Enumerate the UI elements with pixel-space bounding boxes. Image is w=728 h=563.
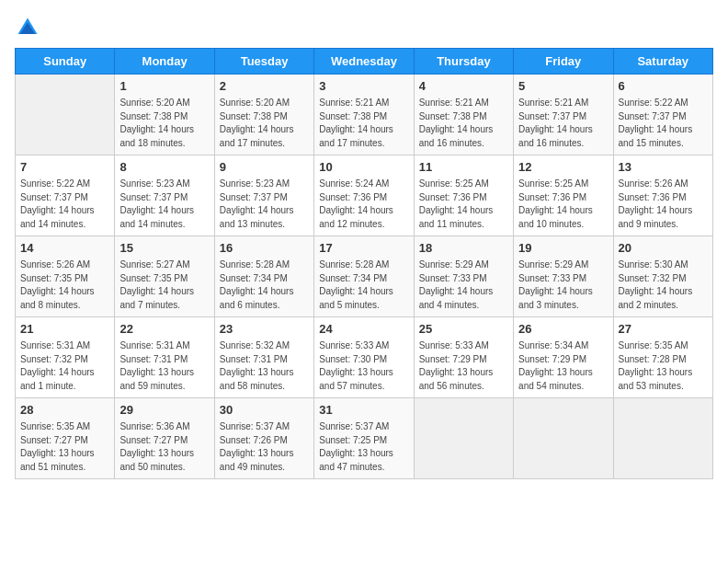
calendar-cell: 11Sunrise: 5:25 AM Sunset: 7:36 PM Dayli… (414, 155, 513, 236)
cell-content: Sunrise: 5:21 AM Sunset: 7:38 PM Dayligh… (419, 97, 508, 150)
cell-content: Sunrise: 5:26 AM Sunset: 7:35 PM Dayligh… (20, 259, 109, 312)
day-number: 28 (20, 402, 109, 419)
calendar-cell: 4Sunrise: 5:21 AM Sunset: 7:38 PM Daylig… (414, 75, 513, 155)
weekday-header-monday: Monday (115, 49, 214, 75)
day-number: 15 (119, 240, 209, 257)
calendar-week-4: 21Sunrise: 5:31 AM Sunset: 7:32 PM Dayli… (16, 317, 713, 398)
cell-content: Sunrise: 5:35 AM Sunset: 7:27 PM Dayligh… (20, 420, 109, 474)
cell-content: Sunrise: 5:36 AM Sunset: 7:27 PM Dayligh… (119, 420, 209, 474)
day-number: 24 (319, 321, 408, 338)
cell-content: Sunrise: 5:35 AM Sunset: 7:28 PM Dayligh… (619, 339, 708, 393)
cell-content: Sunrise: 5:31 AM Sunset: 7:31 PM Dayligh… (119, 339, 209, 393)
cell-content: Sunrise: 5:23 AM Sunset: 7:37 PM Dayligh… (119, 178, 209, 231)
calendar-cell: 6Sunrise: 5:22 AM Sunset: 7:37 PM Daylig… (613, 75, 712, 155)
calendar-cell: 19Sunrise: 5:29 AM Sunset: 7:33 PM Dayli… (514, 236, 613, 317)
cell-content: Sunrise: 5:28 AM Sunset: 7:34 PM Dayligh… (220, 259, 309, 312)
calendar-cell: 5Sunrise: 5:21 AM Sunset: 7:37 PM Daylig… (514, 75, 613, 155)
calendar-cell: 21Sunrise: 5:31 AM Sunset: 7:32 PM Dayli… (16, 317, 115, 398)
cell-content: Sunrise: 5:34 AM Sunset: 7:29 PM Dayligh… (518, 339, 608, 393)
calendar-cell: 18Sunrise: 5:29 AM Sunset: 7:33 PM Dayli… (414, 236, 513, 317)
calendar-cell: 25Sunrise: 5:33 AM Sunset: 7:29 PM Dayli… (414, 317, 513, 398)
calendar-header: SundayMondayTuesdayWednesdayThursdayFrid… (16, 49, 713, 75)
day-number: 5 (518, 78, 608, 95)
calendar-cell (16, 75, 115, 155)
calendar-week-3: 14Sunrise: 5:26 AM Sunset: 7:35 PM Dayli… (16, 236, 713, 317)
calendar-body: 1Sunrise: 5:20 AM Sunset: 7:38 PM Daylig… (16, 75, 713, 479)
calendar-cell: 31Sunrise: 5:37 AM Sunset: 7:25 PM Dayli… (314, 398, 414, 479)
cell-content: Sunrise: 5:37 AM Sunset: 7:25 PM Dayligh… (319, 420, 408, 474)
calendar-cell: 10Sunrise: 5:24 AM Sunset: 7:36 PM Dayli… (314, 155, 414, 236)
day-number: 1 (119, 78, 209, 95)
cell-content: Sunrise: 5:26 AM Sunset: 7:36 PM Dayligh… (619, 178, 708, 231)
calendar-cell: 7Sunrise: 5:22 AM Sunset: 7:37 PM Daylig… (16, 155, 115, 236)
page-header (15, 15, 713, 40)
day-number: 30 (220, 402, 309, 419)
calendar-cell: 24Sunrise: 5:33 AM Sunset: 7:30 PM Dayli… (314, 317, 414, 398)
calendar-cell: 1Sunrise: 5:20 AM Sunset: 7:38 PM Daylig… (115, 75, 214, 155)
calendar-week-5: 28Sunrise: 5:35 AM Sunset: 7:27 PM Dayli… (16, 398, 713, 479)
logo-icon (15, 15, 40, 40)
day-number: 20 (619, 240, 708, 257)
calendar-cell: 27Sunrise: 5:35 AM Sunset: 7:28 PM Dayli… (613, 317, 712, 398)
day-number: 7 (20, 159, 109, 176)
calendar-cell: 9Sunrise: 5:23 AM Sunset: 7:37 PM Daylig… (214, 155, 313, 236)
day-number: 22 (119, 321, 209, 338)
weekday-header-wednesday: Wednesday (314, 49, 414, 75)
day-number: 4 (419, 78, 508, 95)
calendar-cell (414, 398, 513, 479)
cell-content: Sunrise: 5:25 AM Sunset: 7:36 PM Dayligh… (419, 178, 508, 231)
cell-content: Sunrise: 5:23 AM Sunset: 7:37 PM Dayligh… (220, 178, 309, 231)
calendar-cell (613, 398, 712, 479)
calendar-cell: 3Sunrise: 5:21 AM Sunset: 7:38 PM Daylig… (314, 75, 414, 155)
day-number: 12 (518, 159, 608, 176)
calendar-cell: 23Sunrise: 5:32 AM Sunset: 7:31 PM Dayli… (214, 317, 313, 398)
day-number: 9 (220, 159, 309, 176)
cell-content: Sunrise: 5:29 AM Sunset: 7:33 PM Dayligh… (518, 259, 608, 312)
calendar-cell: 22Sunrise: 5:31 AM Sunset: 7:31 PM Dayli… (115, 317, 214, 398)
calendar-cell: 26Sunrise: 5:34 AM Sunset: 7:29 PM Dayli… (514, 317, 613, 398)
calendar-cell: 29Sunrise: 5:36 AM Sunset: 7:27 PM Dayli… (115, 398, 214, 479)
calendar-week-2: 7Sunrise: 5:22 AM Sunset: 7:37 PM Daylig… (16, 155, 713, 236)
cell-content: Sunrise: 5:32 AM Sunset: 7:31 PM Dayligh… (220, 339, 309, 393)
day-number: 17 (319, 240, 408, 257)
day-number: 27 (619, 321, 708, 338)
calendar-cell: 8Sunrise: 5:23 AM Sunset: 7:37 PM Daylig… (115, 155, 214, 236)
calendar-cell: 12Sunrise: 5:25 AM Sunset: 7:36 PM Dayli… (514, 155, 613, 236)
cell-content: Sunrise: 5:37 AM Sunset: 7:26 PM Dayligh… (220, 420, 309, 474)
day-number: 16 (220, 240, 309, 257)
day-number: 31 (319, 402, 408, 419)
calendar-cell: 13Sunrise: 5:26 AM Sunset: 7:36 PM Dayli… (613, 155, 712, 236)
cell-content: Sunrise: 5:21 AM Sunset: 7:38 PM Dayligh… (319, 97, 408, 150)
day-number: 3 (319, 78, 408, 95)
calendar-table: SundayMondayTuesdayWednesdayThursdayFrid… (15, 48, 713, 479)
weekday-header-row: SundayMondayTuesdayWednesdayThursdayFrid… (16, 49, 713, 75)
cell-content: Sunrise: 5:30 AM Sunset: 7:32 PM Dayligh… (619, 259, 708, 312)
day-number: 2 (220, 78, 309, 95)
weekday-header-friday: Friday (514, 49, 613, 75)
day-number: 10 (319, 159, 408, 176)
calendar-cell: 2Sunrise: 5:20 AM Sunset: 7:38 PM Daylig… (214, 75, 313, 155)
cell-content: Sunrise: 5:31 AM Sunset: 7:32 PM Dayligh… (20, 339, 109, 393)
day-number: 11 (419, 159, 508, 176)
day-number: 25 (419, 321, 508, 338)
cell-content: Sunrise: 5:20 AM Sunset: 7:38 PM Dayligh… (220, 97, 309, 150)
cell-content: Sunrise: 5:29 AM Sunset: 7:33 PM Dayligh… (419, 259, 508, 312)
calendar-cell: 20Sunrise: 5:30 AM Sunset: 7:32 PM Dayli… (613, 236, 712, 317)
day-number: 18 (419, 240, 508, 257)
day-number: 19 (518, 240, 608, 257)
calendar-cell: 28Sunrise: 5:35 AM Sunset: 7:27 PM Dayli… (16, 398, 115, 479)
day-number: 23 (220, 321, 309, 338)
day-number: 26 (518, 321, 608, 338)
calendar-week-1: 1Sunrise: 5:20 AM Sunset: 7:38 PM Daylig… (16, 75, 713, 155)
weekday-header-tuesday: Tuesday (214, 49, 313, 75)
calendar-cell: 16Sunrise: 5:28 AM Sunset: 7:34 PM Dayli… (214, 236, 313, 317)
cell-content: Sunrise: 5:28 AM Sunset: 7:34 PM Dayligh… (319, 259, 408, 312)
weekday-header-sunday: Sunday (16, 49, 115, 75)
cell-content: Sunrise: 5:25 AM Sunset: 7:36 PM Dayligh… (518, 178, 608, 231)
weekday-header-thursday: Thursday (414, 49, 513, 75)
day-number: 13 (619, 159, 708, 176)
day-number: 14 (20, 240, 109, 257)
cell-content: Sunrise: 5:22 AM Sunset: 7:37 PM Dayligh… (619, 97, 708, 150)
cell-content: Sunrise: 5:27 AM Sunset: 7:35 PM Dayligh… (119, 259, 209, 312)
cell-content: Sunrise: 5:21 AM Sunset: 7:37 PM Dayligh… (518, 97, 608, 150)
